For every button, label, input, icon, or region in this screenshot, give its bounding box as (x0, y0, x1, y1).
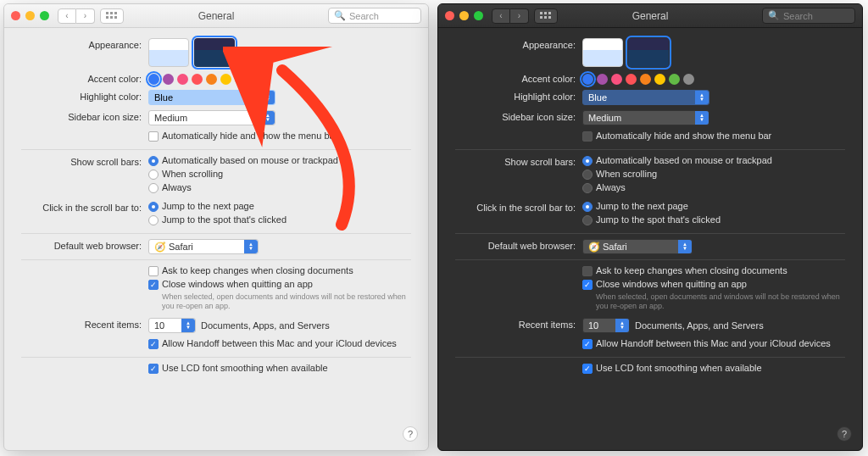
jump-spot-radio[interactable] (148, 215, 159, 225)
accent-purple[interactable] (597, 74, 608, 85)
highlight-label: Highlight color: (455, 90, 582, 102)
accent-orange[interactable] (206, 74, 217, 85)
accent-pink[interactable] (177, 74, 188, 85)
close-windows-label: Close windows when quitting an app (596, 279, 747, 289)
scroll-when-radio[interactable] (582, 170, 593, 180)
divider (455, 357, 845, 358)
chevron-updown-icon: ▲▼ (261, 91, 275, 104)
zoom-button[interactable] (474, 11, 483, 20)
minimize-button[interactable] (25, 11, 35, 20)
accent-label: Accent color: (455, 72, 582, 84)
jump-next-radio[interactable] (148, 202, 159, 212)
appearance-dark-thumb[interactable] (628, 38, 669, 67)
recent-items-select[interactable]: 10▲▼ (148, 318, 196, 333)
close-button[interactable] (445, 11, 454, 20)
auto-hide-menubar-checkbox[interactable] (148, 131, 159, 142)
svg-rect-9 (540, 16, 542, 19)
close-windows-checkbox[interactable]: ✓ (148, 280, 159, 290)
minimize-button[interactable] (459, 11, 469, 20)
general-prefs-light: ‹ › General 🔍 Search Appearance: (3, 3, 429, 451)
accent-orange[interactable] (640, 74, 651, 85)
zoom-button[interactable] (40, 11, 49, 20)
svg-rect-6 (540, 12, 542, 14)
svg-rect-1 (110, 12, 113, 14)
scroll-auto-radio[interactable] (582, 156, 593, 166)
accent-blue[interactable] (582, 74, 593, 85)
scroll-auto-radio[interactable] (148, 156, 159, 166)
accent-green[interactable] (669, 74, 680, 85)
auto-hide-menubar-checkbox[interactable] (582, 131, 593, 142)
scroll-always-label: Always (596, 182, 626, 192)
highlight-select[interactable]: Blue▲▼ (148, 90, 275, 105)
general-prefs-dark: ‹ › General 🔍 Search Appearance: (437, 3, 863, 451)
appearance-light-thumb[interactable] (582, 38, 623, 67)
default-browser-select[interactable]: 🧭 Safari ▲▼ (582, 239, 693, 254)
svg-rect-0 (106, 12, 108, 14)
forward-button[interactable]: › (510, 8, 529, 24)
svg-rect-8 (548, 12, 551, 14)
back-button[interactable]: ‹ (492, 8, 510, 24)
forward-button[interactable]: › (76, 8, 95, 24)
show-all-button[interactable] (534, 8, 558, 24)
click-scroll-label: Click in the scroll bar to: (21, 201, 148, 213)
chevron-updown-icon: ▲▼ (261, 111, 275, 125)
handoff-checkbox[interactable]: ✓ (148, 339, 159, 349)
divider (455, 259, 845, 260)
accent-red[interactable] (192, 74, 203, 85)
scroll-always-radio[interactable] (582, 183, 593, 193)
sidebar-size-select[interactable]: Medium▲▼ (582, 110, 709, 125)
jump-next-radio[interactable] (582, 202, 593, 212)
handoff-checkbox[interactable]: ✓ (582, 339, 593, 349)
chevron-updown-icon: ▲▼ (181, 319, 195, 332)
accent-purple[interactable] (163, 74, 174, 85)
sidebar-label: Sidebar icon size: (21, 110, 148, 122)
ask-keep-checkbox[interactable] (582, 266, 593, 276)
recent-items-select[interactable]: 10▲▼ (582, 318, 630, 333)
svg-rect-11 (548, 16, 551, 19)
accent-pink[interactable] (611, 74, 622, 85)
ask-keep-checkbox[interactable] (148, 266, 159, 276)
show-all-button[interactable] (100, 8, 124, 24)
recent-suffix: Documents, Apps, and Servers (635, 320, 764, 331)
search-field[interactable]: 🔍 Search (328, 8, 421, 24)
close-windows-checkbox[interactable]: ✓ (582, 280, 593, 290)
scroll-when-radio[interactable] (148, 170, 159, 180)
accent-blue[interactable] (148, 74, 159, 85)
scroll-when-label: When scrolling (162, 169, 223, 179)
sidebar-size-select[interactable]: Medium▲▼ (148, 110, 275, 125)
search-icon: 🔍 (334, 10, 346, 21)
search-field[interactable]: 🔍 Search (762, 8, 855, 24)
accent-red[interactable] (626, 74, 637, 85)
scroll-when-label: When scrolling (596, 169, 657, 179)
highlight-label: Highlight color: (21, 90, 148, 102)
accent-gray[interactable] (249, 74, 260, 85)
accent-green[interactable] (235, 74, 246, 85)
help-button[interactable]: ? (403, 426, 418, 442)
jump-spot-label: Jump to the spot that's clicked (596, 214, 721, 225)
back-button[interactable]: ‹ (58, 8, 76, 24)
ask-keep-label: Ask to keep changes when closing documen… (162, 265, 353, 275)
traffic-lights (11, 11, 49, 20)
help-button[interactable]: ? (837, 426, 852, 442)
appearance-light-thumb[interactable] (148, 38, 189, 67)
scroll-bars-label: Show scroll bars: (455, 155, 582, 167)
close-button[interactable] (11, 11, 20, 20)
divider (21, 149, 411, 150)
recent-items-label: Recent items: (455, 318, 582, 330)
accent-yellow[interactable] (654, 74, 665, 85)
accent-gray[interactable] (683, 74, 694, 85)
scroll-always-radio[interactable] (148, 183, 159, 193)
accent-label: Accent color: (21, 72, 148, 84)
divider (21, 233, 411, 234)
lcd-smoothing-checkbox[interactable]: ✓ (582, 364, 593, 374)
appearance-dark-thumb[interactable] (194, 38, 235, 67)
default-browser-select[interactable]: 🧭 Safari ▲▼ (148, 239, 259, 254)
highlight-select[interactable]: Blue▲▼ (582, 90, 709, 105)
search-placeholder: Search (349, 11, 379, 21)
handoff-label: Allow Handoff between this Mac and your … (596, 338, 831, 348)
compass-icon: 🧭 (154, 242, 166, 253)
accent-yellow[interactable] (220, 74, 231, 85)
titlebar: ‹ › General 🔍 Search (4, 4, 428, 28)
jump-spot-radio[interactable] (582, 215, 593, 225)
lcd-smoothing-checkbox[interactable]: ✓ (148, 364, 159, 374)
